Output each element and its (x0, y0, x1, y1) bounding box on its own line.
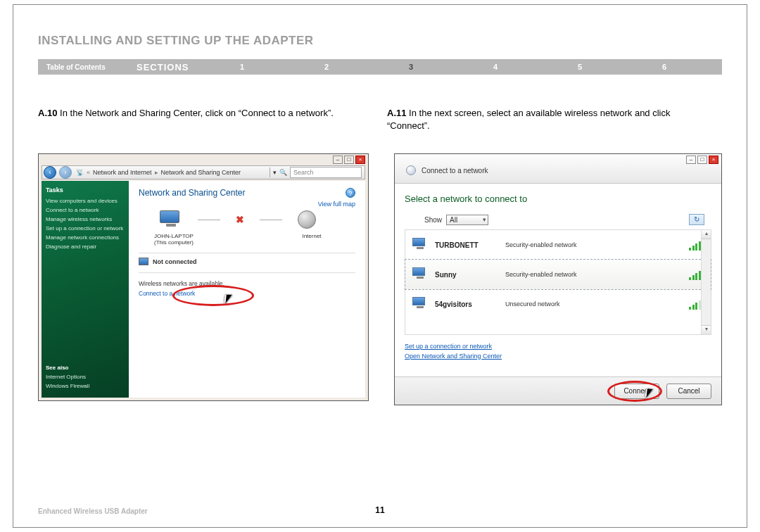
dialog-prompt: Select a network to connect to (405, 194, 711, 204)
window-controls: – □ × (333, 156, 365, 164)
dialog-title: Connect to a network (422, 167, 488, 175)
wireless-available-msg: Wireless networks are available. (139, 280, 355, 289)
network-security: Security-enabled network (505, 271, 682, 278)
nav-toc-link[interactable]: Table of Contents (38, 63, 137, 71)
computer-icon (160, 210, 182, 229)
disconnected-icon: ✖ (236, 214, 244, 225)
network-row-selected[interactable]: Sunny Security-enabled network (405, 260, 711, 289)
computer-small-icon (139, 258, 148, 265)
breadcrumb-item[interactable]: Network and Internet (93, 169, 152, 176)
task-link[interactable]: Set up a connection or network (46, 225, 125, 232)
nav-forward-button[interactable]: › (59, 166, 72, 179)
network-icon (412, 267, 428, 281)
network-name: TURBONETT (435, 241, 498, 249)
nav-section-2[interactable]: 2 (284, 63, 369, 71)
refresh-button[interactable]: ↻ (689, 214, 704, 225)
network-security: Security-enabled network (505, 241, 682, 248)
scroll-up-button[interactable]: ▴ (702, 230, 711, 239)
search-input[interactable]: Search (290, 167, 362, 178)
network-icon (412, 238, 428, 252)
status-text: Not connected (153, 258, 197, 265)
step-number: A.11 (387, 108, 406, 118)
connection-status: Not connected (139, 258, 355, 265)
task-link[interactable]: View computers and devices (46, 198, 125, 204)
connect-to-network-link[interactable]: Connect to a network (139, 290, 195, 297)
network-diagram: ✖ (160, 210, 355, 229)
network-icon (406, 165, 416, 175)
footer-product-name: Enhanced Wireless USB Adapter (38, 507, 148, 515)
nav-section-1[interactable]: 1 (200, 63, 284, 71)
nav-section-6[interactable]: 6 (622, 63, 707, 71)
nav-section-3[interactable]: 3 (369, 63, 453, 71)
scrollbar[interactable]: ▴ ▾ (701, 230, 711, 334)
content-pane: Network and Sharing Center ? View full m… (129, 181, 365, 398)
internet-icon (298, 210, 316, 229)
nav-section-4[interactable]: 4 (453, 63, 538, 71)
minimize-button[interactable]: – (686, 156, 696, 164)
dialog-header: – □ × Connect to a network (395, 154, 721, 184)
tasks-pane: Tasks View computers and devices Connect… (42, 181, 129, 398)
view-full-map-link[interactable]: View full map (318, 201, 355, 208)
network-row[interactable]: TURBONETT Security-enabled network (405, 230, 711, 260)
maximize-button[interactable]: □ (697, 156, 707, 164)
close-button[interactable]: × (355, 156, 365, 164)
screenshot-connect-to-network: – □ × Connect to a network Select a netw… (394, 153, 722, 405)
dialog-footer: Connect Cancel (395, 376, 721, 405)
screenshot-network-sharing-center: – □ × ‹ › 📡 « Network and Internet ▸ Net… (38, 153, 369, 401)
nav-sections-label: SECTIONS (137, 62, 200, 72)
section-heading: INSTALLING AND SETTING UP THE ADAPTER (38, 34, 314, 48)
task-link[interactable]: Connect to a network (46, 207, 125, 213)
close-button[interactable]: × (709, 156, 718, 164)
step-number: A.10 (38, 108, 57, 118)
open-nsc-link[interactable]: Open Network and Sharing Center (405, 352, 711, 362)
computer-sub: (This computer) (154, 239, 194, 246)
content-title: Network and Sharing Center (139, 188, 355, 198)
minimize-button[interactable]: – (333, 156, 343, 164)
computer-name: JOHN-LAPTOP (154, 233, 194, 239)
task-link[interactable]: Manage wireless networks (46, 216, 125, 222)
see-also-header: See also (46, 365, 89, 371)
tasks-header: Tasks (46, 186, 125, 194)
breadcrumb-item[interactable]: Network and Sharing Center (161, 169, 241, 176)
nav-back-button[interactable]: ‹ (44, 166, 56, 179)
network-name: Sunny (435, 271, 498, 279)
task-link[interactable]: Manage network connections (46, 234, 125, 241)
network-security: Unsecured network (505, 300, 682, 308)
network-icon (412, 297, 428, 311)
network-row[interactable]: 54gvisitors Unsecured network (405, 289, 711, 319)
setup-connection-link[interactable]: Set up a connection or network (405, 342, 711, 352)
see-also-link[interactable]: Internet Options (46, 374, 89, 380)
task-link[interactable]: Diagnose and repair (46, 243, 125, 250)
help-icon[interactable]: ? (346, 188, 355, 198)
cursor-icon (224, 295, 232, 305)
network-list: TURBONETT Security-enabled network Sunny… (405, 229, 711, 335)
dialog-body: Select a network to connect to Show All … (395, 184, 721, 376)
network-name: 54gvisitors (435, 300, 498, 308)
show-filter-dropdown[interactable]: All (446, 215, 488, 225)
step-a11: A.11 In the next screen, select an avail… (387, 107, 697, 132)
breadcrumb[interactable]: 📡 « Network and Internet ▸ Network and S… (73, 169, 267, 176)
bottom-links: Set up a connection or network Open Netw… (405, 342, 711, 361)
step-a10: A.10 In the Network and Sharing Center, … (38, 107, 348, 120)
see-also: See also Internet Options Windows Firewa… (46, 365, 89, 392)
sections-nav: Table of Contents SECTIONS 1 2 3 4 5 6 (38, 59, 722, 75)
address-bar: ‹ › 📡 « Network and Internet ▸ Network a… (42, 165, 365, 179)
show-label: Show (424, 216, 442, 224)
scroll-down-button[interactable]: ▾ (702, 325, 711, 334)
diagram-labels: JOHN-LAPTOP (This computer) Internet (154, 233, 355, 246)
footer-page-number: 11 (375, 505, 384, 515)
step-text: In the next screen, select an available … (387, 108, 671, 131)
cursor-icon (645, 389, 652, 399)
step-text: In the Network and Sharing Center, click… (57, 108, 333, 118)
cancel-button[interactable]: Cancel (666, 384, 711, 399)
nav-section-5[interactable]: 5 (538, 63, 622, 71)
maximize-button[interactable]: □ (344, 156, 354, 164)
internet-label: Internet (292, 233, 331, 246)
see-also-link[interactable]: Windows Firewall (46, 383, 89, 389)
